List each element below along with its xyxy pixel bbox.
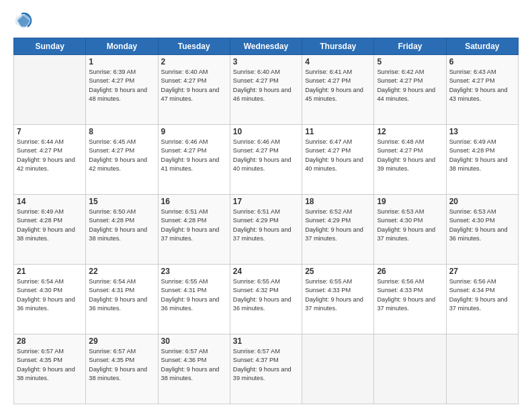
day-info: Sunrise: 6:48 AMSunset: 4:27 PMDaylight:… (377, 138, 443, 173)
logo (13, 11, 36, 31)
header-thursday: Thursday (302, 38, 374, 55)
day-number: 4 (305, 57, 371, 66)
day-number: 1 (89, 57, 154, 66)
header (13, 11, 519, 31)
calendar-cell: 27Sunrise: 6:56 AMSunset: 4:34 PMDayligh… (446, 265, 518, 334)
day-info: Sunrise: 6:40 AMSunset: 4:27 PMDaylight:… (161, 68, 227, 103)
day-info: Sunrise: 6:49 AMSunset: 4:28 PMDaylight:… (17, 208, 83, 243)
day-number: 9 (161, 127, 227, 136)
day-number: 8 (89, 127, 154, 136)
calendar-cell: 8Sunrise: 6:45 AMSunset: 4:27 PMDaylight… (86, 125, 158, 195)
header-wednesday: Wednesday (230, 38, 302, 55)
header-monday: Monday (86, 38, 158, 55)
day-number: 16 (161, 197, 227, 206)
calendar-cell: 11Sunrise: 6:47 AMSunset: 4:27 PMDayligh… (302, 125, 374, 195)
day-info: Sunrise: 6:43 AMSunset: 4:27 PMDaylight:… (449, 68, 515, 103)
calendar-cell: 12Sunrise: 6:48 AMSunset: 4:27 PMDayligh… (374, 125, 446, 195)
day-info: Sunrise: 6:41 AMSunset: 4:27 PMDaylight:… (305, 68, 371, 103)
calendar-cell: 29Sunrise: 6:57 AMSunset: 4:35 PMDayligh… (86, 334, 158, 404)
day-number: 24 (233, 267, 299, 276)
day-info: Sunrise: 6:39 AMSunset: 4:27 PMDaylight:… (89, 68, 154, 103)
calendar-week-row: 28Sunrise: 6:57 AMSunset: 4:35 PMDayligh… (14, 334, 519, 404)
calendar-cell (446, 334, 518, 404)
day-number: 13 (449, 127, 515, 136)
calendar-header-row: Sunday Monday Tuesday Wednesday Thursday… (14, 38, 519, 55)
day-info: Sunrise: 6:53 AMSunset: 4:30 PMDaylight:… (449, 208, 515, 243)
day-number: 15 (89, 197, 154, 206)
calendar-cell: 2Sunrise: 6:40 AMSunset: 4:27 PMDaylight… (158, 55, 230, 125)
calendar-cell: 17Sunrise: 6:51 AMSunset: 4:29 PMDayligh… (230, 195, 302, 265)
day-info: Sunrise: 6:49 AMSunset: 4:28 PMDaylight:… (449, 138, 515, 173)
page: Sunday Monday Tuesday Wednesday Thursday… (0, 0, 532, 411)
calendar-cell: 1Sunrise: 6:39 AMSunset: 4:27 PMDaylight… (86, 55, 158, 125)
day-number: 26 (377, 267, 443, 276)
calendar-week-row: 1Sunrise: 6:39 AMSunset: 4:27 PMDaylight… (14, 55, 519, 125)
calendar-cell: 25Sunrise: 6:55 AMSunset: 4:33 PMDayligh… (302, 265, 374, 334)
header-sunday: Sunday (14, 38, 86, 55)
day-number: 19 (377, 197, 443, 206)
calendar-cell: 5Sunrise: 6:42 AMSunset: 4:27 PMDaylight… (374, 55, 446, 125)
day-number: 10 (233, 127, 299, 136)
calendar-week-row: 7Sunrise: 6:44 AMSunset: 4:27 PMDaylight… (14, 125, 519, 195)
day-info: Sunrise: 6:52 AMSunset: 4:29 PMDaylight:… (305, 208, 371, 243)
day-number: 18 (305, 197, 371, 206)
calendar-cell: 13Sunrise: 6:49 AMSunset: 4:28 PMDayligh… (446, 125, 518, 195)
day-info: Sunrise: 6:57 AMSunset: 4:36 PMDaylight:… (161, 347, 227, 383)
calendar-cell: 9Sunrise: 6:46 AMSunset: 4:27 PMDaylight… (158, 125, 230, 195)
day-number: 14 (17, 197, 83, 206)
day-info: Sunrise: 6:57 AMSunset: 4:35 PMDaylight:… (89, 347, 154, 383)
logo-icon (13, 11, 34, 31)
day-info: Sunrise: 6:55 AMSunset: 4:31 PMDaylight:… (161, 277, 227, 313)
day-info: Sunrise: 6:55 AMSunset: 4:33 PMDaylight:… (305, 277, 371, 313)
day-info: Sunrise: 6:44 AMSunset: 4:27 PMDaylight:… (17, 138, 83, 173)
day-info: Sunrise: 6:42 AMSunset: 4:27 PMDaylight:… (377, 68, 443, 103)
day-info: Sunrise: 6:53 AMSunset: 4:30 PMDaylight:… (377, 208, 443, 243)
day-number: 11 (305, 127, 371, 136)
day-info: Sunrise: 6:57 AMSunset: 4:37 PMDaylight:… (233, 347, 299, 383)
calendar-cell: 19Sunrise: 6:53 AMSunset: 4:30 PMDayligh… (374, 195, 446, 265)
calendar-cell (14, 55, 86, 125)
day-info: Sunrise: 6:47 AMSunset: 4:27 PMDaylight:… (305, 138, 371, 173)
calendar-cell (302, 334, 374, 404)
calendar-cell: 18Sunrise: 6:52 AMSunset: 4:29 PMDayligh… (302, 195, 374, 265)
calendar-cell: 6Sunrise: 6:43 AMSunset: 4:27 PMDaylight… (446, 55, 518, 125)
day-number: 23 (161, 267, 227, 276)
calendar-cell: 15Sunrise: 6:50 AMSunset: 4:28 PMDayligh… (86, 195, 158, 265)
calendar-cell: 10Sunrise: 6:46 AMSunset: 4:27 PMDayligh… (230, 125, 302, 195)
calendar-cell: 4Sunrise: 6:41 AMSunset: 4:27 PMDaylight… (302, 55, 374, 125)
calendar-cell: 7Sunrise: 6:44 AMSunset: 4:27 PMDaylight… (14, 125, 86, 195)
day-info: Sunrise: 6:51 AMSunset: 4:29 PMDaylight:… (233, 208, 299, 243)
day-number: 27 (449, 267, 515, 276)
day-info: Sunrise: 6:56 AMSunset: 4:34 PMDaylight:… (449, 277, 515, 313)
calendar-cell: 16Sunrise: 6:51 AMSunset: 4:28 PMDayligh… (158, 195, 230, 265)
calendar-cell: 20Sunrise: 6:53 AMSunset: 4:30 PMDayligh… (446, 195, 518, 265)
day-number: 7 (17, 127, 83, 136)
day-number: 31 (233, 336, 299, 346)
day-number: 17 (233, 197, 299, 206)
calendar-week-row: 14Sunrise: 6:49 AMSunset: 4:28 PMDayligh… (14, 195, 519, 265)
day-info: Sunrise: 6:46 AMSunset: 4:27 PMDaylight:… (233, 138, 299, 173)
day-number: 30 (161, 336, 227, 346)
day-info: Sunrise: 6:45 AMSunset: 4:27 PMDaylight:… (89, 138, 154, 173)
calendar-cell: 26Sunrise: 6:56 AMSunset: 4:33 PMDayligh… (374, 265, 446, 334)
calendar-cell: 22Sunrise: 6:54 AMSunset: 4:31 PMDayligh… (86, 265, 158, 334)
header-saturday: Saturday (446, 38, 518, 55)
day-number: 22 (89, 267, 154, 276)
day-number: 29 (89, 336, 154, 346)
calendar-cell: 23Sunrise: 6:55 AMSunset: 4:31 PMDayligh… (158, 265, 230, 334)
calendar-cell: 31Sunrise: 6:57 AMSunset: 4:37 PMDayligh… (230, 334, 302, 404)
calendar-cell: 3Sunrise: 6:40 AMSunset: 4:27 PMDaylight… (230, 55, 302, 125)
day-number: 6 (449, 57, 515, 66)
day-info: Sunrise: 6:55 AMSunset: 4:32 PMDaylight:… (233, 277, 299, 313)
day-number: 20 (449, 197, 515, 206)
day-info: Sunrise: 6:54 AMSunset: 4:31 PMDaylight:… (89, 277, 154, 313)
day-info: Sunrise: 6:50 AMSunset: 4:28 PMDaylight:… (89, 208, 154, 243)
calendar-cell: 28Sunrise: 6:57 AMSunset: 4:35 PMDayligh… (14, 334, 86, 404)
calendar-cell: 24Sunrise: 6:55 AMSunset: 4:32 PMDayligh… (230, 265, 302, 334)
day-number: 3 (233, 57, 299, 66)
day-number: 28 (17, 336, 83, 346)
day-number: 25 (305, 267, 371, 276)
header-friday: Friday (374, 38, 446, 55)
calendar-cell: 21Sunrise: 6:54 AMSunset: 4:30 PMDayligh… (14, 265, 86, 334)
day-number: 5 (377, 57, 443, 66)
